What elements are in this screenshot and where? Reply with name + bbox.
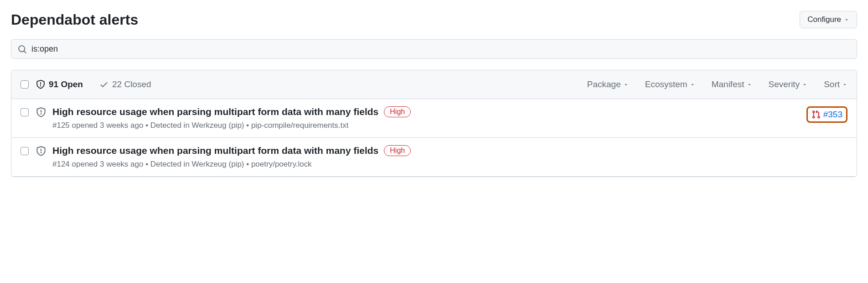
alert-title-link[interactable]: High resource usage when parsing multipa… bbox=[52, 145, 378, 156]
shield-alert-icon bbox=[36, 107, 46, 117]
alerts-list: 91 Open 22 Closed Package Ecosystem Mani… bbox=[11, 70, 857, 177]
alert-checkbox[interactable] bbox=[21, 147, 29, 155]
alert-title-link[interactable]: High resource usage when parsing multipa… bbox=[52, 106, 378, 117]
caret-down-icon bbox=[842, 82, 847, 87]
alert-meta: #124 opened 3 weeks ago • Detected in We… bbox=[52, 160, 847, 169]
pull-request-link[interactable]: #353 bbox=[806, 106, 847, 123]
select-all-checkbox[interactable] bbox=[21, 80, 29, 89]
alert-meta: #125 opened 3 weeks ago • Detected in We… bbox=[52, 121, 806, 130]
check-icon bbox=[99, 80, 108, 89]
search-input[interactable] bbox=[31, 44, 850, 54]
filter-manifest[interactable]: Manifest bbox=[712, 79, 752, 89]
page-title: Dependabot alerts bbox=[11, 11, 138, 28]
caret-down-icon bbox=[623, 82, 629, 87]
tab-open[interactable]: 91 Open bbox=[36, 79, 83, 89]
search-box[interactable] bbox=[11, 39, 857, 59]
severity-badge: High bbox=[384, 145, 411, 156]
pull-request-number: #353 bbox=[823, 110, 842, 120]
filter-ecosystem[interactable]: Ecosystem bbox=[645, 79, 695, 89]
tab-closed[interactable]: 22 Closed bbox=[99, 79, 151, 89]
shield-alert-icon bbox=[36, 80, 45, 89]
search-icon bbox=[18, 45, 27, 54]
alert-row: High resource usage when parsing multipa… bbox=[11, 99, 857, 138]
filter-sort[interactable]: Sort bbox=[824, 79, 847, 89]
caret-down-icon bbox=[802, 82, 807, 87]
git-pull-request-icon bbox=[811, 110, 821, 119]
alert-row: High resource usage when parsing multipa… bbox=[11, 138, 857, 177]
caret-down-icon bbox=[747, 82, 752, 87]
configure-button[interactable]: Configure bbox=[800, 11, 857, 28]
filter-severity[interactable]: Severity bbox=[769, 79, 808, 89]
configure-label: Configure bbox=[807, 15, 841, 24]
alerts-toolbar: 91 Open 22 Closed Package Ecosystem Mani… bbox=[11, 70, 857, 99]
filter-package[interactable]: Package bbox=[587, 79, 629, 89]
alert-checkbox[interactable] bbox=[21, 108, 29, 116]
shield-alert-icon bbox=[36, 146, 46, 156]
severity-badge: High bbox=[384, 106, 411, 117]
caret-down-icon bbox=[844, 17, 849, 22]
caret-down-icon bbox=[690, 82, 695, 87]
